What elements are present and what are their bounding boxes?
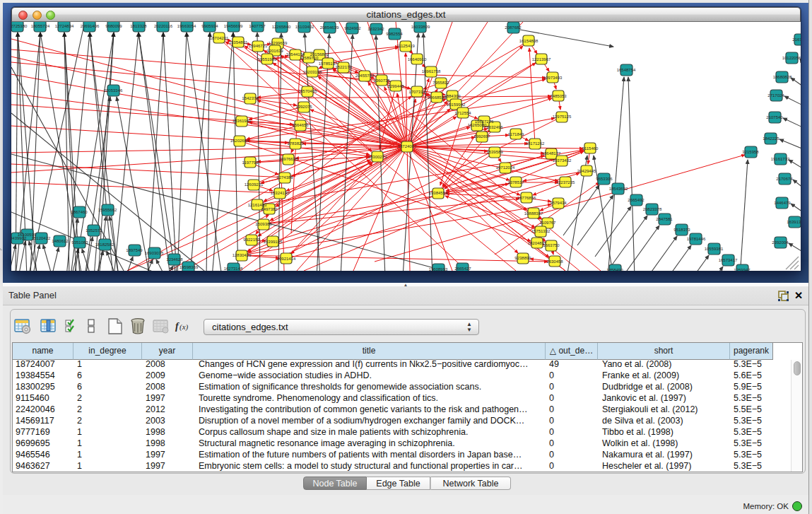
svg-text:1632342: 1632342 [367,27,384,31]
svg-text:2087682: 2087682 [505,25,522,30]
svg-text:1712554: 1712554 [454,111,471,115]
svg-text:16273148: 16273148 [224,267,243,271]
svg-text:10373432: 10373432 [553,158,572,163]
svg-text:2167136: 2167136 [792,37,801,42]
svg-text:20854639: 20854639 [320,25,339,30]
svg-text:7485053: 7485053 [550,94,567,98]
svg-text:1359947: 1359947 [734,268,751,271]
svg-text:16033809: 16033809 [411,25,430,29]
svg-text:15955662: 15955662 [98,208,117,212]
svg-text:1992697: 1992697 [473,134,490,139]
svg-text:1407757: 1407757 [249,24,266,28]
svg-text:1564656: 1564656 [292,123,309,127]
svg-text:20053346: 20053346 [104,88,123,93]
svg-text:19663054: 19663054 [177,24,196,28]
svg-text:2665492: 2665492 [628,198,645,202]
svg-text:1109767: 1109767 [540,221,557,225]
svg-text:9115460: 9115460 [582,146,599,151]
svg-text:3215958: 3215958 [742,150,759,154]
svg-text:12213967: 12213967 [532,57,551,62]
svg-text:2392004: 2392004 [772,240,789,245]
svg-text:1842225: 1842225 [763,136,779,141]
svg-text:1663750: 1663750 [543,243,560,247]
svg-text:20691406: 20691406 [81,24,100,28]
svg-text:1171849: 1171849 [508,132,525,136]
svg-text:15324130: 15324130 [271,191,290,195]
svg-text:12265840: 12265840 [272,25,291,29]
svg-text:18300273: 18300273 [368,155,387,159]
svg-text:1201639: 1201639 [266,49,283,53]
svg-text:19598369: 19598369 [180,265,199,269]
svg-text:15354801: 15354801 [229,40,248,45]
svg-text:19781446: 19781446 [687,237,706,241]
svg-text:9351083: 9351083 [71,240,88,245]
svg-text:1360735: 1360735 [373,78,390,83]
svg-text:1867460: 1867460 [71,210,88,214]
svg-text:2847581: 2847581 [656,217,673,221]
svg-text:9624902: 9624902 [344,26,361,30]
svg-text:19608993: 19608993 [429,267,448,271]
svg-text:18680828: 18680828 [773,75,792,79]
svg-text:15103402: 15103402 [295,25,314,29]
svg-text:2170674: 2170674 [776,177,793,181]
svg-text:15399105: 15399105 [264,240,283,244]
svg-text:18648177: 18648177 [542,151,561,156]
svg-text:10159942: 10159942 [447,103,466,107]
svg-text:16640910: 16640910 [408,57,427,62]
svg-text:12725380: 12725380 [11,24,28,28]
svg-text:15361941: 15361941 [233,119,252,123]
svg-text:2665427: 2665427 [454,267,471,271]
svg-text:1539589: 1539589 [486,150,503,154]
svg-text:1542374: 1542374 [242,96,259,100]
svg-text:1897549: 1897549 [126,248,143,252]
svg-text:9905934: 9905934 [201,24,218,28]
svg-text:1446479: 1446479 [774,201,791,205]
svg-text:1480612: 1480612 [52,239,69,243]
svg-text:19776856: 19776856 [517,196,536,200]
svg-text:15946721: 15946721 [249,44,268,48]
svg-text:1884309: 1884309 [444,94,461,98]
svg-text:12237235: 12237235 [556,180,575,185]
svg-text:9922157: 9922157 [243,238,260,242]
svg-text:1813328: 1813328 [130,24,147,28]
svg-text:10559381: 10559381 [705,247,724,251]
svg-text:10122056: 10122056 [782,56,801,60]
svg-text:1632496: 1632496 [486,125,503,129]
svg-text:1858490: 1858490 [606,268,623,271]
svg-text:18724007: 18724007 [398,144,417,148]
svg-text:19712024: 19712024 [496,165,515,170]
svg-text:20921414: 20921414 [277,257,296,261]
svg-text:9982554: 9982554 [386,32,403,36]
svg-text:19161733: 19161733 [771,157,790,161]
svg-text:15751332: 15751332 [531,229,551,233]
svg-text:18171262: 18171262 [526,141,545,146]
svg-text:1522179: 1522179 [335,65,352,69]
svg-text:2378517: 2378517 [507,180,524,185]
svg-text:19551989: 19551989 [258,57,277,62]
svg-text:16573417: 16573417 [719,258,738,262]
svg-text:(x): (x) [180,322,189,332]
svg-text:18439902: 18439902 [11,236,27,240]
svg-text:19203198: 19203198 [303,70,322,74]
svg-text:18182582: 18182582 [95,243,114,247]
svg-text:9680099: 9680099 [105,24,122,28]
svg-text:16265080: 16265080 [468,123,487,127]
svg-text:1497382: 1497382 [261,207,278,211]
svg-text:1352572: 1352572 [86,228,102,233]
svg-text:2717024: 2717024 [767,93,784,98]
svg-text:18704201: 18704201 [210,36,229,40]
svg-text:1234628: 1234628 [166,257,183,262]
svg-text:12724834: 12724834 [55,24,74,28]
svg-text:16903035: 16903035 [145,251,164,255]
svg-text:20429445: 20429445 [577,169,596,173]
svg-text:1392075: 1392075 [295,105,312,109]
svg-text:9653306: 9653306 [596,177,613,181]
svg-text:2299448: 2299448 [387,84,404,88]
svg-text:16976638: 16976638 [279,157,298,161]
svg-text:16961758: 16961758 [422,69,441,74]
svg-text:10888387: 10888387 [524,211,543,216]
svg-text:20823378: 20823378 [643,207,662,211]
svg-text:12609231: 12609231 [245,182,264,187]
svg-text:16154808: 16154808 [519,39,539,43]
svg-text:18543692: 18543692 [609,187,628,191]
